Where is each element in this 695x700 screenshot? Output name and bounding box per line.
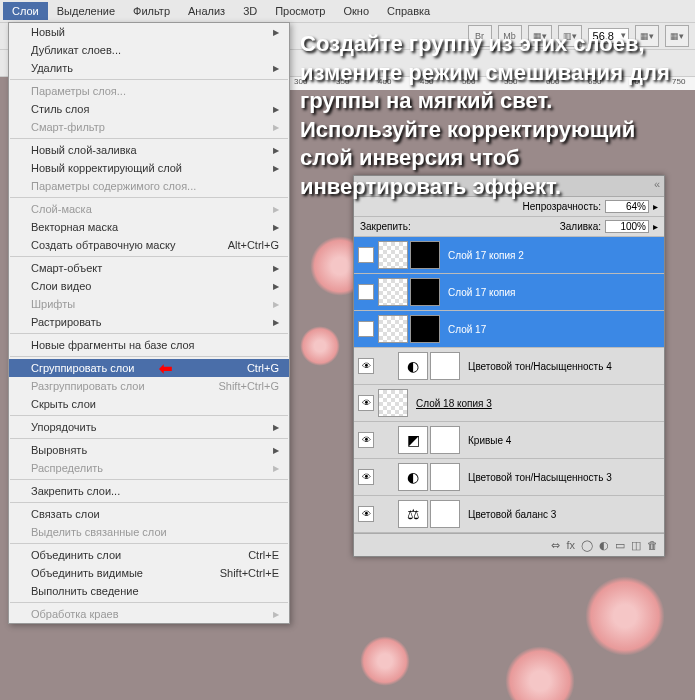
fill-input[interactable] <box>605 220 649 233</box>
menu-item-label: Стиль слоя <box>31 103 89 115</box>
menu-item[interactable]: Объединить слоиCtrl+E <box>9 546 289 564</box>
menu-слои[interactable]: Слои <box>3 2 48 20</box>
menu-shortcut: Alt+Ctrl+G <box>228 239 279 251</box>
menu-item-label: Объединить видимые <box>31 567 143 579</box>
mask-thumb[interactable] <box>410 241 440 269</box>
layer-row[interactable]: 👁Слой 18 копия 3 <box>354 385 664 422</box>
panel-footer-button[interactable]: ◐ <box>599 539 609 552</box>
layer-name[interactable]: Кривые 4 <box>468 435 660 446</box>
menu-item[interactable]: Выровнять▶ <box>9 441 289 459</box>
adjustment-thumb[interactable]: ⚖ <box>398 500 428 528</box>
visibility-eye-icon[interactable]: 👁 <box>358 432 374 448</box>
visibility-eye-icon[interactable]: 👁 <box>358 321 374 337</box>
adjustment-thumb[interactable]: ◩ <box>398 426 428 454</box>
adjustment-thumb[interactable]: ◐ <box>398 463 428 491</box>
layer-row[interactable]: 👁◩Кривые 4 <box>354 422 664 459</box>
menu-item[interactable]: Новый корректирующий слой▶ <box>9 159 289 177</box>
menu-справка[interactable]: Справка <box>378 2 439 20</box>
layer-name[interactable]: Цветовой тон/Насыщенность 3 <box>468 472 660 483</box>
menu-item[interactable]: Стиль слоя▶ <box>9 100 289 118</box>
visibility-eye-icon[interactable]: 👁 <box>358 247 374 263</box>
menu-item[interactable]: Новый▶ <box>9 23 289 41</box>
menu-item: Параметры слоя... <box>9 82 289 100</box>
menu-item[interactable]: Новые фрагменты на базе слоя <box>9 336 289 354</box>
layers-panel[interactable]: « Непрозрачность: ▸ Закрепить: Заливка: … <box>353 175 665 557</box>
panel-footer-button[interactable]: ◫ <box>631 539 641 552</box>
panel-footer-button[interactable]: ▭ <box>615 539 625 552</box>
menu-item[interactable]: Создать обтравочную маскуAlt+Ctrl+G <box>9 236 289 254</box>
menu-item-label: Новый слой-заливка <box>31 144 137 156</box>
layer-thumb[interactable] <box>378 241 408 269</box>
menu-item[interactable]: Векторная маска▶ <box>9 218 289 236</box>
visibility-eye-icon[interactable]: 👁 <box>358 395 374 411</box>
menu-item[interactable]: Дубликат слоев... <box>9 41 289 59</box>
menu-анализ[interactable]: Анализ <box>179 2 234 20</box>
mask-thumb[interactable] <box>410 315 440 343</box>
menu-item[interactable]: Скрыть слои <box>9 395 289 413</box>
mask-thumb[interactable] <box>430 426 460 454</box>
menu-item: Слой-маска▶ <box>9 200 289 218</box>
menu-item-label: Объединить слои <box>31 549 121 561</box>
submenu-arrow-icon: ▶ <box>273 223 279 232</box>
panel-footer-button[interactable]: 🗑 <box>647 539 658 551</box>
menu-item[interactable]: Удалить▶ <box>9 59 289 77</box>
menu-item[interactable]: Слои видео▶ <box>9 277 289 295</box>
visibility-eye-icon[interactable]: 👁 <box>358 469 374 485</box>
menu-просмотр[interactable]: Просмотр <box>266 2 334 20</box>
layer-name[interactable]: Слой 17 копия <box>448 287 660 298</box>
visibility-eye-icon[interactable]: 👁 <box>358 284 374 300</box>
mask-thumb[interactable] <box>430 463 460 491</box>
submenu-arrow-icon: ▶ <box>273 423 279 432</box>
menu-item-label: Создать обтравочную маску <box>31 239 175 251</box>
layer-row[interactable]: 👁Слой 17 <box>354 311 664 348</box>
menu-item[interactable]: Выполнить сведение <box>9 582 289 600</box>
menu-3d[interactable]: 3D <box>234 2 266 20</box>
menu-item[interactable]: Упорядочить▶ <box>9 418 289 436</box>
layer-row[interactable]: 👁Слой 17 копия <box>354 274 664 311</box>
opacity-input[interactable] <box>605 200 649 213</box>
adjustment-thumb[interactable]: ◐ <box>398 352 428 380</box>
menu-item-label: Смарт-объект <box>31 262 102 274</box>
layer-name[interactable]: Слой 17 копия 2 <box>448 250 660 261</box>
layer-thumb[interactable] <box>378 278 408 306</box>
menu-item[interactable]: Новый слой-заливка▶ <box>9 141 289 159</box>
menu-item-label: Сгруппировать слои <box>31 362 134 374</box>
mask-thumb[interactable] <box>410 278 440 306</box>
menu-item: Смарт-фильтр▶ <box>9 118 289 136</box>
menu-item[interactable]: Объединить видимыеShift+Ctrl+E <box>9 564 289 582</box>
menu-item[interactable]: Закрепить слои... <box>9 482 289 500</box>
layer-row[interactable]: 👁Слой 17 копия 2 <box>354 237 664 274</box>
visibility-eye-icon[interactable]: 👁 <box>358 506 374 522</box>
layer-name[interactable]: Слой 18 копия 3 <box>416 398 660 409</box>
menu-item-label: Связать слои <box>31 508 100 520</box>
menu-выделение[interactable]: Выделение <box>48 2 124 20</box>
menu-item: Шрифты▶ <box>9 295 289 313</box>
menu-item[interactable]: Смарт-объект▶ <box>9 259 289 277</box>
layer-name[interactable]: Слой 17 <box>448 324 660 335</box>
fill-arrow-icon[interactable]: ▸ <box>653 221 658 232</box>
submenu-arrow-icon: ▶ <box>273 264 279 273</box>
layer-name[interactable]: Цветовой тон/Насыщенность 4 <box>468 361 660 372</box>
layer-thumb[interactable] <box>378 315 408 343</box>
menu-item[interactable]: Сгруппировать слоиCtrl+G⬅ <box>9 359 289 377</box>
menu-item[interactable]: Связать слои <box>9 505 289 523</box>
menu-фильтр[interactable]: Фильтр <box>124 2 179 20</box>
layer-row[interactable]: 👁◐Цветовой тон/Насыщенность 3 <box>354 459 664 496</box>
panel-footer-button[interactable]: ⇔ <box>551 539 560 552</box>
layer-name[interactable]: Цветовой баланс 3 <box>468 509 660 520</box>
menu-окно[interactable]: Окно <box>334 2 378 20</box>
mask-thumb[interactable] <box>430 500 460 528</box>
panel-footer-button[interactable]: ◯ <box>581 539 593 552</box>
layers-menu-dropdown: Новый▶Дубликат слоев...Удалить▶Параметры… <box>8 22 290 624</box>
menu-item-label: Распределить <box>31 462 103 474</box>
panel-footer-button[interactable]: fx <box>566 539 575 551</box>
layer-thumb[interactable] <box>378 389 408 417</box>
opacity-arrow-icon[interactable]: ▸ <box>653 201 658 212</box>
menu-item[interactable]: Растрировать▶ <box>9 313 289 331</box>
mask-thumb[interactable] <box>430 352 460 380</box>
layer-row[interactable]: 👁⚖Цветовой баланс 3 <box>354 496 664 533</box>
visibility-eye-icon[interactable]: 👁 <box>358 358 374 374</box>
menu-separator <box>10 333 288 334</box>
submenu-arrow-icon: ▶ <box>273 300 279 309</box>
layer-row[interactable]: 👁◐Цветовой тон/Насыщенность 4 <box>354 348 664 385</box>
